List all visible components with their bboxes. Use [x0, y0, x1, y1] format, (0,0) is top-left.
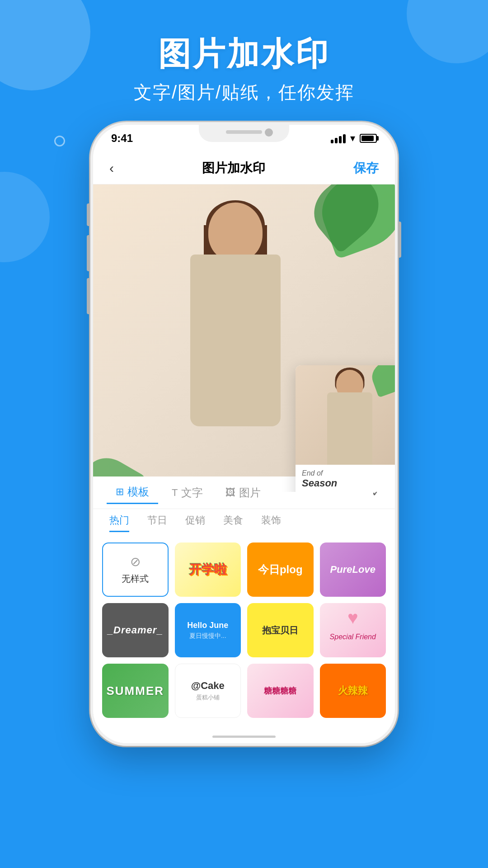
bg-circle-midleft [0, 172, 50, 262]
category-hot[interactable]: 热门 [109, 514, 129, 532]
empty-icon: ⊘ [130, 554, 141, 569]
tab-text[interactable]: T 文字 [163, 482, 212, 504]
home-indicator [212, 736, 276, 738]
image-tab-icon: 🖼 [225, 487, 235, 499]
template-tab-icon: ⊞ [116, 486, 124, 498]
template-bao[interactable]: 抱宝贝日 [247, 603, 314, 657]
template-meme[interactable]: 糖糖糖糖 [247, 664, 314, 718]
card-image [296, 365, 395, 465]
save-button[interactable]: 保存 [353, 160, 379, 177]
template-meme-text: 糖糖糖糖 [264, 685, 296, 696]
template-empty[interactable]: ⊘ 无样式 [102, 542, 169, 597]
power-button [398, 222, 401, 258]
template-special-text: Special Friend [330, 633, 376, 641]
volume-up-button [87, 235, 90, 271]
bottom-panel: ⊞ 模板 T 文字 🖼 图片 ✓ 热门 节日 [93, 476, 395, 743]
back-button[interactable]: ‹ [109, 160, 114, 176]
template-plog[interactable]: 今日plog [247, 542, 314, 597]
card-text-area: End of Season HELLO! SPRING [296, 465, 395, 492]
template-spicy-text: 火辣辣 [338, 684, 368, 698]
phone-inner: 9:41 ▾ ‹ 图片加水印 保存 [93, 125, 395, 743]
template-dreamer-text: _Dreamer_ [108, 624, 163, 636]
category-bar: 热门 节日 促销 美食 装饰 [93, 509, 395, 536]
category-promo[interactable]: 促销 [185, 514, 205, 532]
wifi-icon: ▾ [350, 132, 355, 144]
mute-button [87, 203, 90, 226]
category-food[interactable]: 美食 [223, 514, 243, 532]
tab-template[interactable]: ⊞ 模板 [107, 481, 158, 504]
tab-image-label: 图片 [239, 486, 261, 500]
category-decor[interactable]: 装饰 [261, 514, 281, 532]
tab-text-label: 文字 [181, 486, 203, 500]
navbar-title: 图片加水印 [202, 160, 265, 177]
header-main-title: 图片加水印 [0, 36, 488, 72]
template-cake-text2: 蛋糕小铺 [196, 693, 220, 702]
app-navbar: ‹ 图片加水印 保存 [93, 152, 395, 184]
template-kaixin-text: 开学啦 [189, 561, 227, 578]
phone-mockup: 9:41 ▾ ‹ 图片加水印 保存 [90, 122, 398, 746]
status-time: 9:41 [111, 132, 133, 145]
template-plog-text: 今日plog [258, 562, 303, 577]
template-cake[interactable]: @Cake 蛋糕小铺 [175, 664, 241, 718]
signal-bar-2 [335, 138, 338, 143]
template-summer-text: SUMMER [106, 684, 164, 698]
template-spicy[interactable]: 火辣辣 [320, 664, 386, 718]
status-icons: ▾ [331, 132, 377, 144]
template-special-heart: ♥ [347, 608, 358, 628]
template-dreamer[interactable]: _Dreamer_ [102, 603, 169, 657]
category-holiday[interactable]: 节日 [147, 514, 167, 532]
template-bao-text: 抱宝贝日 [262, 624, 298, 637]
bg-dot [54, 136, 65, 146]
template-grid: ⊘ 无样式 开学啦 今日plog PureLove [93, 536, 395, 724]
template-special[interactable]: ♥ Special Friend [320, 603, 386, 657]
header-subtitle: 文字/图片/贴纸，任你发挥 [0, 80, 488, 105]
header-area: 图片加水印 文字/图片/贴纸，任你发挥 [0, 0, 488, 105]
text-tab-icon: T [172, 487, 178, 499]
signal-icon [331, 133, 346, 143]
card-text-line1: End of [302, 469, 395, 477]
template-summer[interactable]: SUMMER [102, 664, 169, 718]
template-cake-text1: @Cake [191, 680, 225, 692]
tab-image[interactable]: 🖼 图片 [216, 482, 270, 504]
template-love-text: PureLove [330, 564, 375, 576]
floating-card: End of Season HELLO! SPRING [296, 365, 395, 492]
signal-bar-1 [331, 140, 333, 143]
empty-label: 无样式 [122, 573, 149, 585]
template-love[interactable]: PureLove [320, 542, 386, 597]
card-text-line3: HELLO! SPRING [302, 491, 395, 492]
image-area[interactable]: End of Season HELLO! SPRING [93, 184, 395, 492]
battery-icon [360, 134, 377, 143]
signal-bar-3 [339, 136, 342, 143]
template-kaixin[interactable]: 开学啦 [175, 542, 241, 597]
template-hellojune[interactable]: Hello June 夏日慢慢中... [175, 603, 241, 657]
phone-frame: 9:41 ▾ ‹ 图片加水印 保存 [90, 122, 398, 746]
phone-speaker [226, 130, 262, 134]
tab-template-label: 模板 [127, 485, 149, 499]
phone-camera [265, 128, 273, 137]
card-figure-body [327, 392, 372, 465]
template-hellojune-text2: 夏日慢慢中... [189, 632, 226, 640]
card-palm [368, 365, 395, 398]
battery-fill [361, 136, 374, 141]
phone-notch [199, 125, 289, 142]
template-hellojune-text1: Hello June [187, 621, 228, 630]
card-text-line2: Season [302, 477, 395, 489]
signal-bar-4 [343, 134, 346, 143]
figure-body [190, 255, 281, 426]
volume-down-button [87, 278, 90, 314]
figure-head [208, 203, 263, 261]
